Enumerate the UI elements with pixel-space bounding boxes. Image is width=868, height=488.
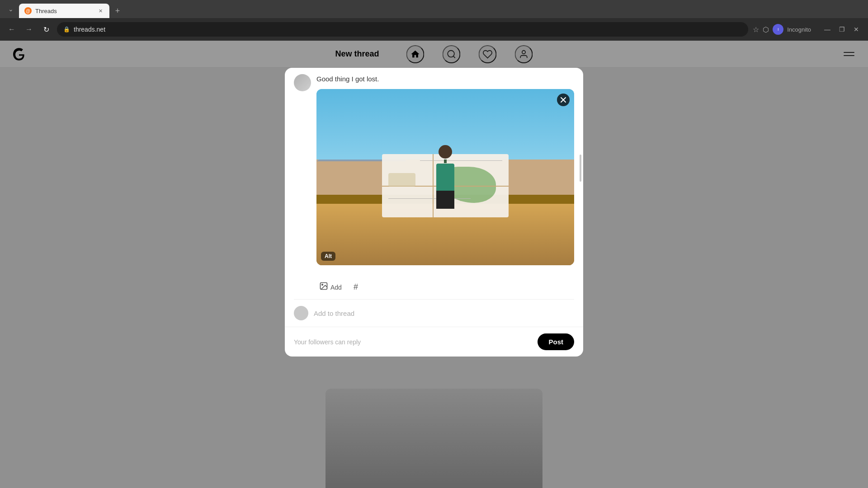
- hashtag-icon: #: [354, 282, 358, 292]
- star-icon[interactable]: ☆: [753, 25, 759, 34]
- lock-icon: 🔒: [63, 26, 70, 33]
- add-to-thread-text[interactable]: Add to thread: [314, 310, 354, 317]
- map-road-v: [433, 154, 434, 217]
- bg-image-inner: [326, 389, 542, 488]
- scroll-indicator: [580, 155, 581, 182]
- post-button[interactable]: Post: [538, 333, 574, 350]
- browser-tab[interactable]: @ Threads ✕: [19, 4, 109, 18]
- svg-point-3: [322, 284, 323, 286]
- address-bar[interactable]: 🔒 threads.net: [57, 22, 748, 37]
- tab-favicon: @: [24, 7, 32, 14]
- tab-title: Threads: [35, 8, 93, 14]
- new-tab-btn[interactable]: +: [111, 5, 124, 17]
- compose-area: Good thing I got lost.: [285, 68, 583, 277]
- new-thread-modal: Good thing I got lost.: [285, 68, 583, 357]
- person-figure: [436, 145, 454, 209]
- address-text: threads.net: [74, 26, 105, 33]
- nav-reload-btn[interactable]: ↻: [40, 23, 52, 36]
- avatar-image: [294, 74, 311, 91]
- person-neck: [444, 160, 447, 163]
- page-content: New thread: [0, 41, 868, 488]
- image-remove-btn[interactable]: [557, 94, 570, 106]
- person-body: [436, 164, 454, 191]
- tab-list-btn[interactable]: ⌄: [5, 5, 17, 13]
- toolbar-row: Add #: [285, 277, 583, 299]
- profile-icon[interactable]: I: [773, 24, 783, 35]
- browser-chrome: ⌄ @ Threads ✕ + ← → ↻ 🔒 threads.net ☆ ⬡ …: [0, 0, 868, 41]
- add-media-btn[interactable]: Add: [316, 280, 344, 295]
- address-bar-right: ☆ ⬡ I Incognito: [753, 24, 811, 35]
- bg-image-preview: [326, 389, 542, 488]
- window-minimize-btn[interactable]: —: [821, 23, 834, 36]
- user-avatar: [294, 74, 311, 91]
- nav-forward-btn[interactable]: →: [23, 23, 35, 36]
- window-maximize-btn[interactable]: ❐: [835, 23, 848, 36]
- modal-footer: Your followers can reply Post: [285, 327, 583, 357]
- tab-bar: ⌄ @ Threads ✕ +: [0, 0, 868, 18]
- add-thread-row[interactable]: Add to thread: [285, 300, 583, 327]
- compose-text[interactable]: Good thing I got lost.: [316, 74, 574, 84]
- nav-back-btn[interactable]: ←: [5, 23, 18, 36]
- hashtag-btn[interactable]: #: [351, 281, 361, 294]
- followers-reply-text: Your followers can reply: [294, 338, 361, 346]
- person-head: [439, 145, 452, 159]
- add-media-icon: [319, 282, 328, 293]
- compose-content: Good thing I got lost.: [316, 74, 574, 271]
- map-line-1: [420, 160, 502, 161]
- address-bar-row: ← → ↻ 🔒 threads.net ☆ ⬡ I Incognito — ❐ …: [0, 18, 868, 41]
- map-line-2: [388, 198, 471, 199]
- alt-badge[interactable]: Alt: [321, 252, 335, 261]
- small-avatar: [294, 306, 308, 320]
- add-label: Add: [330, 284, 342, 291]
- image-container: Alt: [316, 89, 574, 265]
- avatar-col: [294, 74, 311, 271]
- post-image: [316, 89, 574, 265]
- window-close-btn[interactable]: ✕: [850, 23, 863, 36]
- person-pants: [436, 191, 454, 209]
- incognito-label: Incognito: [787, 26, 811, 33]
- map-patch-2: [388, 173, 415, 187]
- window-controls: — ❐ ✕: [821, 23, 863, 36]
- tab-close-btn[interactable]: ✕: [97, 7, 104, 14]
- cast-icon[interactable]: ⬡: [763, 25, 769, 34]
